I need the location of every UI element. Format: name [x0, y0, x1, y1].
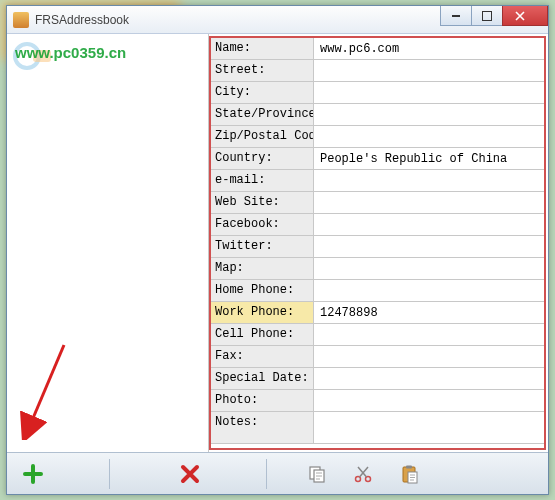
field-row: Name:	[211, 38, 544, 60]
field-value[interactable]	[314, 280, 544, 301]
field-value[interactable]	[314, 148, 544, 169]
field-label: Name:	[211, 38, 314, 59]
minimize-button[interactable]	[440, 6, 472, 26]
field-value[interactable]	[314, 38, 544, 59]
field-label: Special Date:	[211, 368, 314, 389]
field-label: Cell Phone:	[211, 324, 314, 345]
field-label: Web Site:	[211, 192, 314, 213]
field-list: Name:Street:City:State/Province:Zip/Post…	[211, 38, 544, 448]
titlebar[interactable]: FRSAddressbook	[7, 6, 548, 34]
field-label: Work Phone:	[211, 302, 314, 323]
paste-button[interactable]	[393, 458, 425, 490]
field-row: City:	[211, 82, 544, 104]
field-value[interactable]	[314, 192, 544, 213]
field-value[interactable]	[314, 104, 544, 125]
field-label: Fax:	[211, 346, 314, 367]
field-label: Street:	[211, 60, 314, 81]
add-button[interactable]	[17, 458, 49, 490]
cut-button[interactable]	[347, 458, 379, 490]
copy-icon	[307, 464, 327, 484]
field-row: Photo:	[211, 390, 544, 412]
field-row: e-mail:	[211, 170, 544, 192]
field-value[interactable]	[314, 368, 544, 389]
svg-rect-7	[406, 465, 412, 468]
contact-list-pane[interactable]: www.pc0359.cn	[7, 34, 209, 452]
field-label: State/Province:	[211, 104, 314, 125]
field-row: Fax:	[211, 346, 544, 368]
toolbar-separator	[109, 459, 110, 489]
svg-point-5	[366, 476, 371, 481]
field-value[interactable]	[314, 236, 544, 257]
field-value[interactable]	[314, 412, 544, 443]
close-button[interactable]	[502, 6, 548, 26]
field-value[interactable]	[314, 82, 544, 103]
window-buttons	[441, 6, 548, 26]
field-value[interactable]	[314, 60, 544, 81]
copy-button[interactable]	[301, 458, 333, 490]
plus-icon	[22, 463, 44, 485]
scissors-icon	[353, 464, 373, 484]
watermark-text: www.pc0359.cn	[15, 44, 126, 61]
field-label: City:	[211, 82, 314, 103]
field-row: Street:	[211, 60, 544, 82]
field-value[interactable]	[314, 302, 544, 323]
app-window: FRSAddressbook www.pc0359.cn Name:Street…	[6, 5, 549, 495]
field-row: Work Phone:	[211, 302, 544, 324]
field-row: Country:	[211, 148, 544, 170]
field-label: Facebook:	[211, 214, 314, 235]
detail-pane: Name:Street:City:State/Province:Zip/Post…	[209, 36, 546, 450]
app-icon	[13, 12, 29, 28]
field-value[interactable]	[314, 390, 544, 411]
field-value[interactable]	[314, 346, 544, 367]
toolbar-separator	[266, 459, 267, 489]
client-area: www.pc0359.cn Name:Street:City:State/Pro…	[7, 34, 548, 452]
field-row: Map:	[211, 258, 544, 280]
field-label: Home Phone:	[211, 280, 314, 301]
field-value[interactable]	[314, 258, 544, 279]
field-row: Home Phone:	[211, 280, 544, 302]
field-row: Web Site:	[211, 192, 544, 214]
field-value[interactable]	[314, 214, 544, 235]
field-row: Cell Phone:	[211, 324, 544, 346]
x-icon	[180, 464, 200, 484]
delete-button[interactable]	[174, 458, 206, 490]
field-row: Special Date:	[211, 368, 544, 390]
field-label: e-mail:	[211, 170, 314, 191]
window-title: FRSAddressbook	[35, 13, 129, 27]
field-row: Notes:	[211, 412, 544, 444]
field-value[interactable]	[314, 126, 544, 147]
field-row: State/Province:	[211, 104, 544, 126]
field-label: Country:	[211, 148, 314, 169]
field-value[interactable]	[314, 170, 544, 191]
field-row: Twitter:	[211, 236, 544, 258]
svg-point-4	[356, 476, 361, 481]
field-row: Facebook:	[211, 214, 544, 236]
field-label: Photo:	[211, 390, 314, 411]
field-label: Notes:	[211, 412, 314, 443]
field-label: Zip/Postal Code:	[211, 126, 314, 147]
field-label: Map:	[211, 258, 314, 279]
clipboard-icon	[399, 464, 419, 484]
toolbar	[7, 452, 548, 494]
field-label: Twitter:	[211, 236, 314, 257]
field-value[interactable]	[314, 324, 544, 345]
field-row: Zip/Postal Code:	[211, 126, 544, 148]
maximize-button[interactable]	[471, 6, 503, 26]
